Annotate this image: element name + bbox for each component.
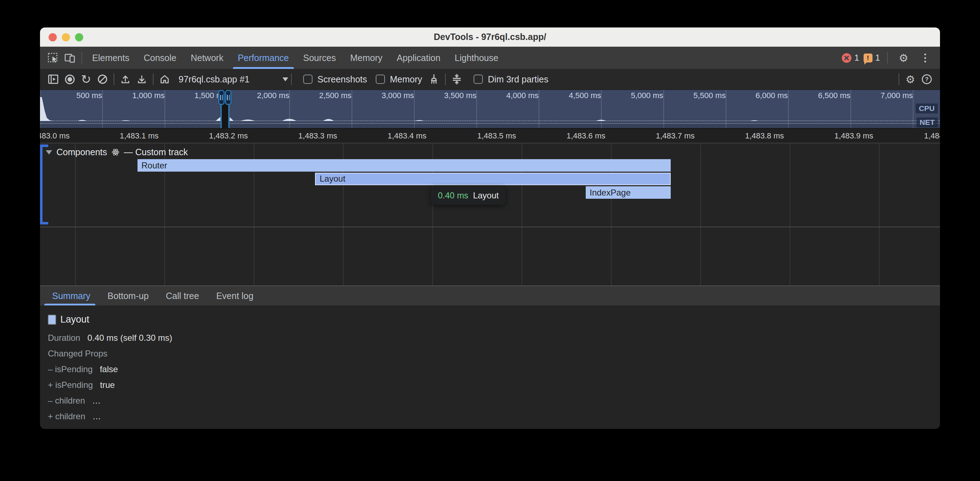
zoom-window-button[interactable] [75,33,83,41]
toolbar-separator-5 [899,73,899,85]
record-and-reload-button[interactable]: ↻ [78,71,94,87]
summary-title-row: Layout [48,314,940,325]
tab-call-tree[interactable]: Call tree [157,286,207,305]
window-title: DevTools - 97r6ql.csb.app/ [434,32,546,42]
summary-row-value[interactable]: … [92,411,101,421]
tab-lighthouse[interactable]: Lighthouse [447,47,505,69]
screenshots-checkbox[interactable]: Screenshots [303,74,367,84]
tab-performance[interactable]: Performance [231,47,296,69]
clear-recording-button[interactable] [94,71,111,87]
garbage-collect-broom-icon [429,74,439,84]
help-button[interactable]: ? [919,71,935,87]
track-divider [40,227,940,227]
window-titlebar[interactable]: DevTools - 97r6ql.csb.app/ [40,27,940,47]
tab-sources[interactable]: Sources [296,47,343,69]
summary-pane: Layout Duration0.40 ms (self 0.30 ms) Ch… [40,305,940,429]
tab-elements[interactable]: Elements [85,47,137,69]
track-subtitle: — Custom track [124,147,188,157]
device-toolbar-button[interactable] [61,47,79,69]
memory-checkbox-box [376,75,385,84]
close-window-button[interactable] [49,33,57,41]
cpu-lane-label: CPU [916,103,938,113]
toolbar-separator-1 [114,73,114,85]
tab-memory[interactable]: Memory [343,47,389,69]
flame-bar-indexpage[interactable]: IndexPage [586,186,671,199]
screenshots-label: Screenshots [318,74,367,84]
gear-icon: ⚙ [906,73,915,86]
custom-track-header[interactable]: Components — Custom track [46,147,188,157]
flame-bar-layout[interactable]: Layout [315,173,671,185]
summary-row-children-old: – children… [48,396,940,405]
target-selector[interactable]: 97r6ql.csb.app #1 [178,74,288,84]
summary-row-duration: Duration0.40 ms (self 0.30 ms) [48,333,940,343]
summary-event-title: Layout [60,314,89,325]
devtools-settings-button[interactable]: ⚙ [895,52,912,64]
flame-bar-router[interactable]: Router [137,159,671,171]
dim-3rd-parties-checkbox[interactable]: Dim 3rd parties [474,74,549,84]
issues-badge[interactable]: ! 1 [864,53,880,63]
upload-icon [120,74,130,84]
toggle-sidebar-button[interactable] [45,71,61,87]
capture-settings-button[interactable]: ⚙ [902,71,919,87]
collect-garbage-button[interactable] [426,71,442,87]
tab-bottom-up[interactable]: Bottom-up [99,286,157,305]
selection-left-handle[interactable] [218,90,224,105]
minimize-window-button[interactable] [62,33,70,41]
tab-event-log[interactable]: Event log [207,286,262,305]
download-icon [137,74,147,84]
tab-console[interactable]: Console [137,47,184,69]
tab-application[interactable]: Application [390,47,447,69]
summary-row-label: – isPending [48,364,92,374]
load-profile-button[interactable] [117,71,134,87]
reload-icon: ↻ [81,72,91,86]
inspect-element-button[interactable] [44,47,61,69]
overview-tick: 3,000 ms [366,91,414,100]
save-profile-button[interactable] [134,71,150,87]
chevron-down-icon [283,78,288,81]
summary-row-label: + isPending [48,380,93,390]
tab-summary[interactable]: Summary [44,286,99,305]
record-button[interactable] [61,71,78,87]
toolbar-separator-2 [153,73,154,85]
overview-tick: 6,000 ms [740,91,788,100]
devtools-tabbar: Elements Console Network Performance Sou… [40,47,940,69]
collapse-triangle-icon [46,150,52,154]
overview-tick: 4,000 ms [491,91,539,100]
ruler-tick: 1,483.0 ms [40,129,70,143]
summary-row-label: Changed Props [48,349,108,358]
flamechart-viewport[interactable]: Components — Custom track Router Layout … [40,143,940,286]
memory-checkbox[interactable]: Memory [376,74,422,84]
overview-tick: 4,500 ms [554,91,601,100]
tab-network[interactable]: Network [184,47,231,69]
ruler-tick: 1,483.2 ms [155,129,248,143]
memory-label: Memory [390,74,422,84]
devtools-menu-button[interactable] [916,54,934,62]
summary-row-value: false [100,364,118,374]
net-lane-label: NET [916,117,938,127]
summary-row-label: – children [48,396,85,405]
selection-right-handle[interactable] [225,90,231,105]
toolbar-separator-4 [445,73,446,85]
overview-tick: 5,500 ms [678,91,726,100]
issue-exclamation: ! [867,55,869,61]
issue-icon: ! [864,54,872,62]
ruler-tick: 1,483.8 ms [691,129,784,143]
event-color-swatch [48,315,56,325]
overview-tick: 7,000 ms [865,91,913,100]
live-metrics-button[interactable] [156,71,173,87]
screenshots-checkbox-box [303,75,312,84]
timeline-overview[interactable]: 500 ms 1,000 ms 1,500 ms 2,000 ms 2,500 … [40,90,940,129]
track-selection-bracket [40,144,43,224]
summary-row-value: true [100,380,115,390]
react-atom-icon [111,148,119,156]
home-icon [159,74,170,84]
ruler-tick: 1,484.0 ms [870,129,940,143]
collapse-sections-button[interactable] [449,71,465,87]
summary-row-value[interactable]: … [92,396,101,405]
ruler-tick: 1,483.1 ms [66,129,159,143]
ruler-tick: 1,483.3 ms [244,129,337,143]
dim-3rd-parties-label: Dim 3rd parties [488,74,549,84]
error-badge[interactable]: 1 [842,53,859,63]
clear-icon [98,75,107,84]
help-icon: ? [921,74,932,84]
